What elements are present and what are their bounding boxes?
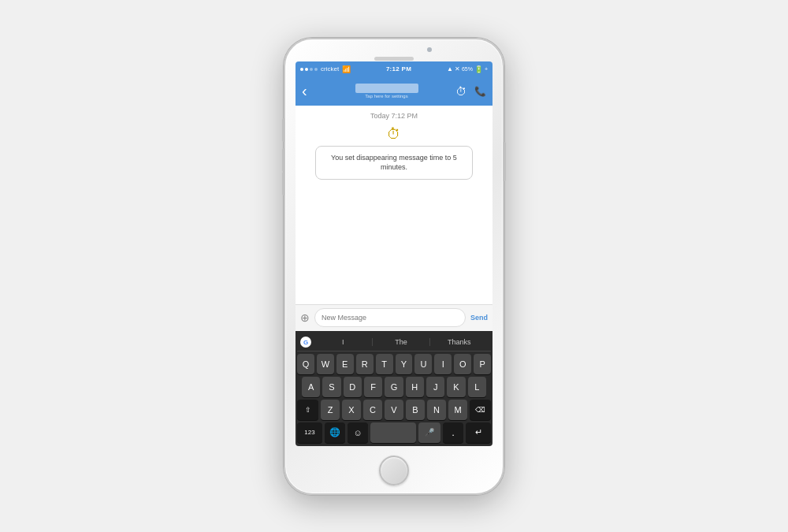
key-y[interactable]: Y <box>396 354 413 374</box>
keyboard-row-4: 123 🌐 ☺ 🎤 . ↵ <box>297 422 491 443</box>
key-period[interactable]: . <box>443 422 463 443</box>
key-g[interactable]: G <box>385 377 403 397</box>
message-input[interactable] <box>314 308 466 327</box>
keyboard-suggestions-bar: G I The Thanks <box>297 334 491 352</box>
suggestion-i[interactable]: I <box>314 338 373 346</box>
key-microphone[interactable]: 🎤 <box>418 422 440 443</box>
key-i[interactable]: I <box>434 354 452 374</box>
key-s[interactable]: S <box>322 377 340 397</box>
wifi-icon: 📶 <box>342 65 351 73</box>
send-button[interactable]: Send <box>470 314 488 322</box>
key-u[interactable]: U <box>414 354 432 374</box>
suggestion-the[interactable]: The <box>373 338 431 346</box>
key-x[interactable]: X <box>342 400 361 420</box>
keyboard-row-2: A S D F G H J K L <box>297 377 491 397</box>
key-globe[interactable]: 🌐 <box>325 422 345 443</box>
google-logo: G <box>300 337 311 348</box>
key-123[interactable]: 123 <box>297 422 322 443</box>
battery-label: 65% <box>462 66 473 72</box>
system-message-box: You set disappearing message time to 5 m… <box>315 146 473 180</box>
key-l[interactable]: L <box>468 377 486 397</box>
signal-dot-2 <box>305 68 308 71</box>
phone-screen: cricket 📶 7:12 PM ▲ ✕ 65% 🔋 + ‹ Tap here… <box>296 61 492 446</box>
key-e[interactable]: E <box>336 354 354 374</box>
battery-icon: 🔋 <box>474 65 483 73</box>
battery-plus: + <box>485 66 488 72</box>
key-r[interactable]: R <box>356 354 374 374</box>
system-message-text: You set disappearing message time to 5 m… <box>331 154 457 172</box>
key-m[interactable]: M <box>448 400 467 420</box>
phone-frame: cricket 📶 7:12 PM ▲ ✕ 65% 🔋 + ‹ Tap here… <box>284 38 504 495</box>
back-chevron-icon: ‹ <box>302 82 307 100</box>
camera <box>427 47 432 52</box>
status-time: 7:12 PM <box>386 65 411 73</box>
keyboard: G I The Thanks Q W E R T Y U I O P A <box>296 331 492 446</box>
status-left: cricket 📶 <box>300 65 351 73</box>
suggestion-thanks[interactable]: Thanks <box>430 338 488 346</box>
key-k[interactable]: K <box>447 377 465 397</box>
signal-dot-1 <box>300 68 303 71</box>
contact-name-bar <box>355 84 418 93</box>
back-button[interactable]: ‹ <box>302 82 318 100</box>
keyboard-row-3: ⇧ Z X C V B N M ⌫ <box>297 400 491 420</box>
key-shift[interactable]: ⇧ <box>297 400 318 420</box>
key-w[interactable]: W <box>317 354 334 374</box>
key-n[interactable]: N <box>427 400 446 420</box>
system-message-container: ⏱ You set disappearing message time to 5… <box>296 123 492 183</box>
signal-dot-3 <box>310 68 313 71</box>
status-bar: cricket 📶 7:12 PM ▲ ✕ 65% 🔋 + <box>296 61 492 77</box>
signal-dot-4 <box>314 68 318 71</box>
key-t[interactable]: T <box>376 354 393 374</box>
key-j[interactable]: J <box>426 377 444 397</box>
key-return[interactable]: ↵ <box>466 422 491 443</box>
x-icon: ✕ <box>455 65 460 73</box>
key-space[interactable] <box>370 422 416 443</box>
home-button[interactable] <box>379 456 409 485</box>
key-p[interactable]: P <box>474 354 491 374</box>
key-a[interactable]: A <box>302 377 320 397</box>
speaker <box>374 57 414 61</box>
key-v[interactable]: V <box>385 400 403 420</box>
key-c[interactable]: C <box>363 400 382 420</box>
tap-hint-label: Tap here for settings <box>365 94 407 99</box>
key-b[interactable]: B <box>406 400 425 420</box>
keyboard-row-1: Q W E R T Y U I O P <box>297 354 491 374</box>
key-f[interactable]: F <box>364 377 382 397</box>
chat-timestamp: Today 7:12 PM <box>296 106 492 123</box>
disappearing-timer-icon: ⏱ <box>387 126 401 143</box>
message-input-bar: ⊕ Send <box>296 304 492 331</box>
key-backspace[interactable]: ⌫ <box>470 400 491 420</box>
status-right: ▲ ✕ 65% 🔋 + <box>447 65 488 73</box>
key-q[interactable]: Q <box>297 354 314 374</box>
nav-bar: ‹ Tap here for settings ⏱ 📞 <box>296 77 492 106</box>
timer-nav-icon[interactable]: ⏱ <box>455 85 466 98</box>
phone-nav-icon[interactable]: 📞 <box>474 86 486 97</box>
key-z[interactable]: Z <box>321 400 340 420</box>
key-o[interactable]: O <box>454 354 471 374</box>
signal-strength-icon: ▲ <box>447 65 453 73</box>
key-d[interactable]: D <box>344 377 362 397</box>
attachment-icon[interactable]: ⊕ <box>300 311 310 324</box>
carrier-label: cricket <box>321 65 339 73</box>
nav-icons: ⏱ 📞 <box>455 85 486 98</box>
nav-center[interactable]: Tap here for settings <box>318 84 455 99</box>
key-h[interactable]: H <box>406 377 424 397</box>
key-emoji[interactable]: ☺ <box>348 422 368 443</box>
chat-area: Today 7:12 PM ⏱ You set disappearing mes… <box>296 106 492 304</box>
